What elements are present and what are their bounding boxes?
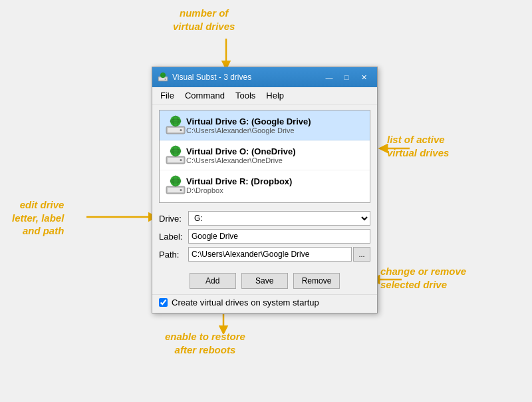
save-button[interactable]: Save (241, 273, 288, 289)
drive-path-r: D:\Dropbox (186, 186, 292, 194)
drive-row: Drive: G: O: R: (159, 211, 370, 226)
label-field-label: Label: (159, 232, 188, 242)
main-window: Visual Subst - 3 drives — □ ✕ File Comma… (152, 67, 378, 313)
drive-item-r[interactable]: Virtual Drive R: (Dropbox) D:\Dropbox (160, 170, 370, 200)
drive-path-o: C:\Users\Alexander\OneDrive (186, 156, 295, 164)
startup-checkbox[interactable] (159, 298, 168, 307)
action-buttons: Add Save Remove (152, 270, 377, 294)
drive-item-o[interactable]: Virtual Drive O: (OneDrive) C:\Users\Ale… (160, 140, 370, 170)
drive-select[interactable]: G: O: R: (188, 211, 370, 226)
drive-item-g[interactable]: Virtual Drive G: (Google Drive) C:\Users… (160, 110, 370, 140)
drive-field-label: Drive: (159, 214, 188, 224)
svg-point-10 (165, 79, 166, 80)
titlebar: Visual Subst - 3 drives — □ ✕ (152, 67, 377, 87)
svg-point-13 (180, 129, 182, 131)
drive-icon-g (165, 114, 186, 136)
label-row: Label: (159, 229, 370, 244)
maximize-button[interactable]: □ (338, 71, 354, 84)
menu-help[interactable]: Help (261, 89, 289, 102)
drive-icon-r (165, 174, 186, 196)
close-button[interactable]: ✕ (356, 71, 372, 84)
window-title: Visual Subst - 3 drives (172, 73, 321, 82)
svg-point-27 (180, 189, 182, 191)
drive-name-o: Virtual Drive O: (OneDrive) (186, 146, 295, 156)
startup-checkbox-label[interactable]: Create virtual drives on system startup (172, 298, 319, 307)
menu-command[interactable]: Command (180, 89, 230, 102)
drive-info-r: Virtual Drive R: (Dropbox) D:\Dropbox (186, 176, 292, 194)
startup-checkbox-row: Create virtual drives on system startup (152, 294, 377, 313)
drive-path-g: C:\Users\Alexander\Google Drive (186, 126, 311, 134)
browse-button[interactable]: ... (353, 247, 370, 262)
svg-point-20 (180, 159, 182, 161)
drive-info-g: Virtual Drive G: (Google Drive) C:\Users… (186, 116, 311, 134)
drive-name-g: Virtual Drive G: (Google Drive) (186, 116, 311, 126)
minimize-button[interactable]: — (321, 71, 337, 84)
annotation-edit-drive: edit driveletter, labeland path (12, 198, 64, 238)
path-row: Path: ... (159, 247, 370, 262)
menu-file[interactable]: File (155, 89, 180, 102)
annotation-startup: enable to restoreafter reboots (165, 330, 245, 356)
menu-tools[interactable]: Tools (230, 89, 261, 102)
drive-icon-o (165, 144, 186, 166)
drive-list: Virtual Drive G: (Google Drive) C:\Users… (159, 110, 370, 203)
annotation-list-drives: list of activevirtual drives (387, 133, 449, 159)
form-section: Drive: G: O: R: Label: Path: ... (152, 208, 377, 270)
window-controls: — □ ✕ (321, 71, 372, 84)
drive-info-o: Virtual Drive O: (OneDrive) C:\Users\Ale… (186, 146, 295, 164)
menubar: File Command Tools Help (152, 87, 377, 104)
drive-combo-wrapper: G: O: R: (188, 211, 370, 226)
path-input[interactable] (188, 247, 352, 262)
label-input[interactable] (188, 229, 370, 244)
app-icon (158, 72, 168, 83)
annotation-change-remove: change or removeselected drive (380, 265, 466, 291)
path-wrapper: ... (188, 247, 370, 262)
drive-name-r: Virtual Drive R: (Dropbox) (186, 176, 292, 186)
annotation-num-drives: number ofvirtual drives (173, 7, 235, 33)
add-button[interactable]: Add (190, 273, 236, 289)
remove-button[interactable]: Remove (293, 273, 340, 289)
path-field-label: Path: (159, 250, 188, 260)
